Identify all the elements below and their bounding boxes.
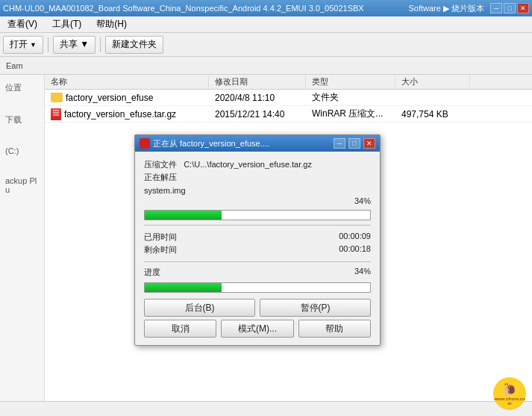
time-section: 已用时间 00:00:09 剩余时间 00:00:18 bbox=[144, 232, 371, 255]
minimize-button[interactable]: ─ bbox=[490, 3, 502, 13]
left-panel-item-3 bbox=[3, 128, 41, 143]
dialog-close-button[interactable]: ✕ bbox=[363, 138, 375, 149]
status-bar bbox=[0, 401, 532, 416]
title-bar: CHM-UL00_MAA001082_Board Software_China_… bbox=[0, 0, 532, 16]
help-button[interactable]: 帮助 bbox=[298, 320, 371, 338]
toolbar-separator-1 bbox=[48, 37, 48, 52]
file-progress-bg bbox=[144, 210, 371, 220]
buttons-row-2: 取消 模式(M)... 帮助 bbox=[144, 320, 371, 338]
table-row[interactable]: factory_version_efuse.tar.gz 2015/12/21 … bbox=[45, 106, 532, 122]
background-button[interactable]: 后台(B) bbox=[144, 299, 255, 317]
elapsed-label: 已用时间 bbox=[144, 232, 177, 243]
col-header-date[interactable]: 修改日期 bbox=[209, 75, 306, 89]
elapsed-row: 已用时间 00:00:09 bbox=[144, 232, 371, 243]
left-panel-item-0[interactable]: 位置 bbox=[3, 81, 41, 95]
folder-icon bbox=[51, 93, 63, 102]
file-type-cell: 文件夹 bbox=[306, 91, 395, 104]
buttons-row-1: 后台(B) 暂停(P) bbox=[144, 299, 371, 317]
menu-help[interactable]: 帮助(H) bbox=[92, 16, 131, 32]
file-name-cell: factory_version_efuse.tar.gz bbox=[45, 108, 209, 120]
col-header-name[interactable]: 名称 bbox=[45, 75, 209, 89]
divider-2 bbox=[144, 261, 371, 262]
col-header-size[interactable]: 大小 bbox=[395, 75, 470, 89]
nav-breadcrumb: Software ▶ 烧片版本 bbox=[408, 3, 484, 14]
left-panel-item-backup[interactable]: ackup Plu bbox=[3, 175, 41, 196]
compress-label: 压缩文件 bbox=[144, 160, 177, 169]
remaining-value: 00:00:18 bbox=[339, 244, 371, 255]
overall-progress-container bbox=[144, 282, 371, 293]
maximize-button[interactable]: □ bbox=[504, 3, 516, 13]
overall-pct: 34% bbox=[354, 267, 371, 278]
file-size-cell: 497,754 KB bbox=[395, 109, 470, 119]
overall-progress-bg bbox=[144, 282, 371, 293]
remaining-row: 剩余时间 00:00:18 bbox=[144, 244, 371, 255]
file-date-cell: 2015/12/21 14:40 bbox=[209, 109, 306, 119]
close-button[interactable]: ✕ bbox=[517, 3, 529, 13]
dialog-title-icon bbox=[140, 138, 150, 149]
dialog-body: 压缩文件 C:\U...\factory_version_efuse.tar.g… bbox=[135, 152, 380, 345]
left-panel-item-5 bbox=[3, 158, 41, 173]
address-bar: Eam bbox=[0, 57, 532, 75]
watermark-text: www.cfroot.com bbox=[493, 397, 526, 406]
mode-button[interactable]: 模式(M)... bbox=[221, 320, 293, 338]
menu-bar: 查看(V) 工具(T) 帮助(H) bbox=[0, 16, 532, 33]
left-panel-item-download[interactable]: 下载 bbox=[3, 113, 41, 127]
remaining-label: 剩余时间 bbox=[144, 244, 177, 255]
share-button[interactable]: 共享 ▼ bbox=[53, 36, 96, 54]
snail-icon: 🐌 bbox=[502, 382, 517, 397]
dialog-title-bar: 正在从 factory_version_efuse.... ─ □ ✕ bbox=[135, 135, 380, 152]
elapsed-value: 00:00:09 bbox=[339, 232, 371, 243]
current-file-name: system.img bbox=[144, 186, 186, 195]
menu-tools[interactable]: 工具(T) bbox=[48, 16, 86, 32]
open-dropdown-arrow: ▼ bbox=[30, 41, 37, 49]
menu-view[interactable]: 查看(V) bbox=[3, 16, 42, 32]
toolbar: 打开 ▼ 共享 ▼ 新建文件夹 bbox=[0, 33, 532, 57]
table-row[interactable]: factory_version_efuse 2020/4/8 11:10 文件夹 bbox=[45, 90, 532, 106]
file-date-cell: 2020/4/8 11:10 bbox=[209, 93, 306, 103]
divider-1 bbox=[144, 225, 371, 226]
archive-icon bbox=[51, 108, 61, 120]
left-panel-item-c[interactable]: (C:) bbox=[3, 145, 41, 157]
watermark: 🐌 www.cfroot.com bbox=[493, 377, 526, 410]
dialog-minimize-button[interactable]: ─ bbox=[334, 138, 345, 149]
file-type-cell: WinRAR 压缩文... bbox=[306, 108, 395, 120]
action-line: 正在解压 bbox=[144, 172, 371, 183]
left-panel-item-1 bbox=[3, 96, 41, 111]
file-progress-container bbox=[144, 210, 371, 220]
current-file: system.img bbox=[144, 186, 371, 195]
overall-progress-fill bbox=[145, 283, 222, 292]
compress-file-line: 压缩文件 C:\U...\factory_version_efuse.tar.g… bbox=[144, 159, 371, 170]
file-name-cell: factory_version_efuse bbox=[45, 93, 209, 103]
col-header-type[interactable]: 类型 bbox=[306, 75, 395, 89]
pause-button[interactable]: 暂停(P) bbox=[260, 299, 371, 317]
address-text: Eam bbox=[6, 61, 23, 70]
window-controls: ─ □ ✕ bbox=[490, 3, 529, 13]
open-button[interactable]: 打开 ▼ bbox=[3, 36, 43, 54]
compress-path: C:\U...\factory_version_efuse.tar.gz bbox=[184, 160, 312, 169]
left-panel: 位置 下载 (C:) ackup Plu bbox=[0, 75, 45, 401]
overall-label: 进度 bbox=[144, 267, 160, 278]
dialog-maximize-button[interactable]: □ bbox=[348, 138, 360, 149]
file-progress-fill bbox=[145, 211, 222, 220]
window-title: CHM-UL00_MAA001082_Board Software_China_… bbox=[3, 4, 408, 13]
dialog-title-text: 正在从 factory_version_efuse.... bbox=[153, 138, 331, 149]
toolbar-separator-2 bbox=[100, 37, 101, 52]
column-headers: 名称 修改日期 类型 大小 bbox=[45, 75, 532, 90]
overall-label-row: 进度 34% bbox=[144, 267, 371, 278]
overall-progress-section: 进度 34% bbox=[144, 267, 371, 293]
file-progress-label: 34% bbox=[144, 196, 371, 205]
cancel-button[interactable]: 取消 bbox=[144, 320, 216, 338]
extract-dialog: 正在从 factory_version_efuse.... ─ □ ✕ 压缩文件… bbox=[134, 134, 381, 346]
new-folder-button[interactable]: 新建文件夹 bbox=[105, 36, 163, 54]
